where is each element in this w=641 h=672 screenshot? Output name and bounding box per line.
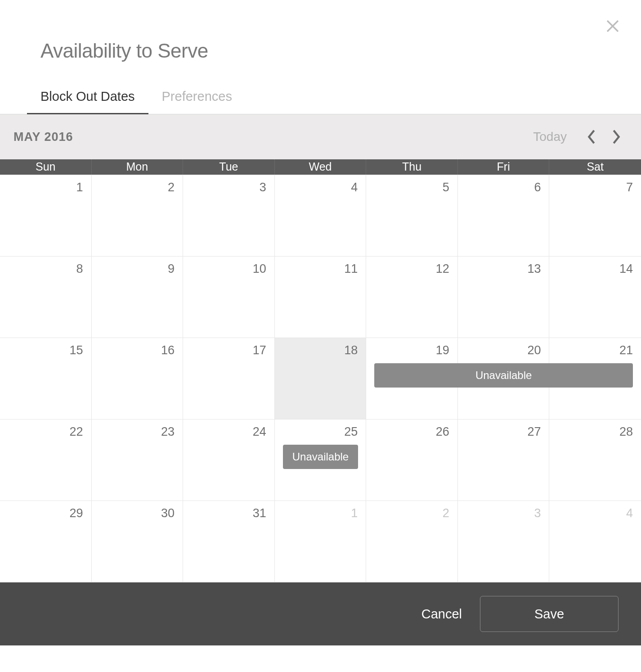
day-number: 20 [527,343,541,357]
calendar-day-cell[interactable]: 3 [183,175,275,257]
day-number: 23 [161,425,175,439]
calendar-day-cell[interactable]: 6 [458,175,550,257]
day-number: 3 [534,506,541,520]
calendar-day-cell[interactable]: 29 [0,501,92,582]
event-label: Unavailable [475,369,532,382]
unavailable-block[interactable]: Unavailable [283,445,359,469]
calendar-day-cell[interactable]: 1 [275,501,367,582]
day-number: 17 [253,343,266,357]
calendar-day-cell[interactable]: 5 [366,175,458,257]
day-number: 2 [168,180,175,194]
day-number: 25 [344,425,358,439]
calendar-nav: Today [533,129,621,144]
calendar-day-cell[interactable]: 16 [92,338,184,419]
calendar-day-cell[interactable]: 8 [0,257,92,338]
calendar-day-cell[interactable]: 26 [366,419,458,501]
calendar-day-cell[interactable]: 3 [458,501,550,582]
day-number: 28 [619,425,633,439]
day-number: 9 [168,262,175,276]
next-month-button[interactable] [612,129,621,144]
calendar-toolbar: MAY 2016 Today [0,114,641,159]
save-button[interactable]: Save [480,596,619,632]
calendar-day-cell[interactable]: 22 [0,419,92,501]
day-number: 14 [619,262,633,276]
tabs: Block Out DatesPreferences [0,62,641,114]
calendar-day-cell[interactable]: 18 [275,338,367,419]
chevron-right-icon [612,129,621,144]
calendar-day-cell[interactable]: 11 [275,257,367,338]
day-number: 19 [436,343,449,357]
day-number: 6 [534,180,541,194]
day-number: 16 [161,343,175,357]
cancel-button[interactable]: Cancel [421,607,462,622]
day-number: 26 [436,425,449,439]
day-number: 10 [253,262,266,276]
day-number: 3 [260,180,266,194]
day-number: 4 [351,180,358,194]
calendar-day-cell[interactable]: 10 [183,257,275,338]
day-number: 8 [76,262,83,276]
modal-header: Availability to Serve [0,0,641,62]
day-number: 1 [351,506,358,520]
weekday-header-cell: Sun [0,159,92,175]
calendar-day-cell[interactable]: 7 [549,175,641,257]
weekday-header-cell: Tue [183,159,275,175]
day-number: 5 [443,180,449,194]
calendar-day-cell[interactable]: 14 [549,257,641,338]
day-number: 21 [619,343,633,357]
calendar-day-cell[interactable]: 1 [0,175,92,257]
day-number: 18 [344,343,358,357]
day-number: 29 [70,506,83,520]
day-number: 12 [436,262,449,276]
calendar-day-cell[interactable]: 31 [183,501,275,582]
tab-block-out-dates[interactable]: Block Out Dates [40,89,135,114]
availability-modal: Availability to Serve Block Out DatesPre… [0,0,641,645]
tab-preferences[interactable]: Preferences [162,89,232,114]
weekday-header-cell: Mon [92,159,184,175]
unavailable-block[interactable]: Unavailable [374,363,633,388]
close-button[interactable] [605,18,621,36]
day-number: 30 [161,506,175,520]
day-number: 4 [626,506,633,520]
day-number: 1 [76,180,83,194]
day-number: 22 [70,425,83,439]
calendar-day-cell[interactable]: 13 [458,257,550,338]
calendar-day-cell[interactable]: 28 [549,419,641,501]
prev-month-button[interactable] [587,129,596,144]
modal-footer: Cancel Save [0,582,641,645]
day-number: 2 [443,506,449,520]
day-number: 31 [253,506,266,520]
chevron-left-icon [587,129,596,144]
calendar-day-cell[interactable]: 4 [275,175,367,257]
today-button[interactable]: Today [533,130,567,144]
calendar-day-cell[interactable]: 2 [92,175,184,257]
calendar-day-cell[interactable]: 15 [0,338,92,419]
event-label: Unavailable [292,451,349,463]
calendar-day-cell[interactable]: 30 [92,501,184,582]
calendar-day-cell[interactable]: 17 [183,338,275,419]
day-number: 13 [527,262,541,276]
day-number: 24 [253,425,266,439]
calendar-grid: 1234567891011121314151617181920212223242… [0,175,641,582]
calendar-day-cell[interactable]: 2 [366,501,458,582]
weekday-header-cell: Sat [549,159,641,175]
calendar-day-cell[interactable]: 12 [366,257,458,338]
calendar-day-cell[interactable]: 4 [549,501,641,582]
calendar-day-cell[interactable]: 23 [92,419,184,501]
day-number: 11 [344,262,358,276]
calendar-day-cell[interactable]: 24 [183,419,275,501]
weekday-header: SunMonTueWedThuFriSat [0,159,641,175]
close-icon [605,18,621,34]
modal-title: Availability to Serve [40,40,601,62]
weekday-header-cell: Fri [458,159,550,175]
calendar-day-cell[interactable]: 27 [458,419,550,501]
day-number: 15 [70,343,83,357]
month-label: MAY 2016 [13,130,73,144]
day-number: 27 [527,425,541,439]
day-number: 7 [626,180,633,194]
weekday-header-cell: Wed [275,159,367,175]
weekday-header-cell: Thu [366,159,458,175]
calendar-day-cell[interactable]: 9 [92,257,184,338]
